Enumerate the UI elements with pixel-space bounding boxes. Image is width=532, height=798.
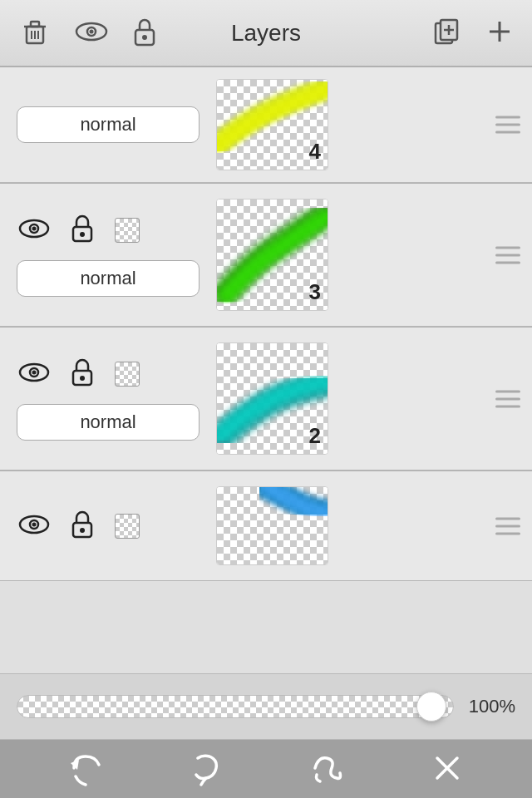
layer-2-controls: normal <box>17 357 200 441</box>
header-right-icons <box>429 13 515 52</box>
opacity-slider-thumb[interactable] <box>416 692 446 722</box>
svg-point-29 <box>32 523 37 527</box>
svg-point-21 <box>80 232 85 237</box>
close-icon <box>429 750 466 786</box>
eye-icon <box>75 19 108 44</box>
drag-handle[interactable] <box>495 517 520 534</box>
alpha-lock-icon <box>115 514 140 539</box>
layer-1-thumbnail[interactable] <box>216 486 328 565</box>
redo-button[interactable] <box>183 745 229 794</box>
add-icon <box>487 17 512 47</box>
eye-icon <box>18 361 50 384</box>
layer-2-number: 2 <box>309 423 321 449</box>
svg-point-24 <box>32 371 37 375</box>
layer-3-controls: normal <box>17 213 200 297</box>
header-left-icons <box>17 13 160 52</box>
alpha-lock-icon <box>115 218 140 243</box>
svg-point-19 <box>32 227 37 231</box>
layer-alpha-button[interactable] <box>113 512 141 540</box>
layer-alpha-button[interactable] <box>113 216 141 244</box>
layer-visibility-button[interactable] <box>17 359 52 388</box>
layer-4-thumbnail[interactable]: 4 <box>216 79 328 170</box>
opacity-control: 100% <box>0 673 532 740</box>
svg-point-26 <box>80 376 85 381</box>
lock-icon <box>71 214 93 243</box>
layer-3-icons <box>17 213 200 247</box>
lock-icon <box>71 358 93 387</box>
layer-3-thumbnail[interactable]: 3 <box>216 199 328 311</box>
bottom-toolbar <box>0 740 532 798</box>
layer-lock-button[interactable] <box>70 509 95 543</box>
trash-icon <box>20 17 50 47</box>
layer-item: normal 2 <box>0 328 532 470</box>
drag-handle[interactable] <box>495 116 520 134</box>
layer-2-thumbnail[interactable]: 2 <box>216 342 328 455</box>
layer-item: normal 4 <box>0 66 532 183</box>
blend-mode-button[interactable]: normal <box>17 404 200 441</box>
transform-icon <box>308 750 345 786</box>
layer-visibility-button[interactable] <box>17 215 52 244</box>
layer-1-icons <box>17 509 200 543</box>
page-title: Layers <box>231 20 301 47</box>
layer-item <box>0 471 532 581</box>
lock-button[interactable] <box>130 13 160 52</box>
svg-point-10 <box>142 35 147 40</box>
layer-item: normal 3 <box>0 184 532 327</box>
duplicate-icon <box>432 17 462 47</box>
close-button[interactable] <box>424 745 470 794</box>
duplicate-button[interactable] <box>429 13 466 52</box>
undo-button[interactable] <box>62 745 109 794</box>
layer-visibility-button[interactable] <box>17 511 52 540</box>
drag-handle[interactable] <box>495 390 520 407</box>
undo-icon <box>67 750 104 786</box>
layer-4-controls: normal <box>17 106 200 143</box>
eye-icon <box>18 217 50 240</box>
blend-mode-button[interactable]: normal <box>17 260 200 297</box>
eye-icon <box>18 513 50 536</box>
layer-4-number: 4 <box>309 139 321 165</box>
add-layer-button[interactable] <box>484 13 515 52</box>
header: Layers <box>0 0 532 66</box>
layer-lock-button[interactable] <box>70 357 95 391</box>
drag-handle[interactable] <box>495 246 520 264</box>
layers-list: normal 4 <box>0 66 532 673</box>
lock-icon <box>71 510 93 539</box>
svg-point-31 <box>80 528 85 533</box>
redo-icon <box>188 750 224 786</box>
layer-2-icons <box>17 357 200 391</box>
transform-button[interactable] <box>303 745 350 794</box>
blend-mode-button[interactable]: normal <box>17 106 200 143</box>
svg-point-8 <box>90 30 94 34</box>
layer-alpha-button[interactable] <box>113 360 141 388</box>
opacity-slider-track[interactable] <box>17 695 454 718</box>
layer-1-controls <box>17 509 200 543</box>
visibility-button[interactable] <box>71 16 111 50</box>
svg-rect-2 <box>31 22 39 27</box>
alpha-lock-icon <box>115 362 140 387</box>
lock-icon <box>133 17 156 47</box>
layer-lock-button[interactable] <box>70 213 95 247</box>
opacity-value: 100% <box>466 696 515 717</box>
layer-3-number: 3 <box>309 279 321 305</box>
delete-button[interactable] <box>17 13 53 52</box>
